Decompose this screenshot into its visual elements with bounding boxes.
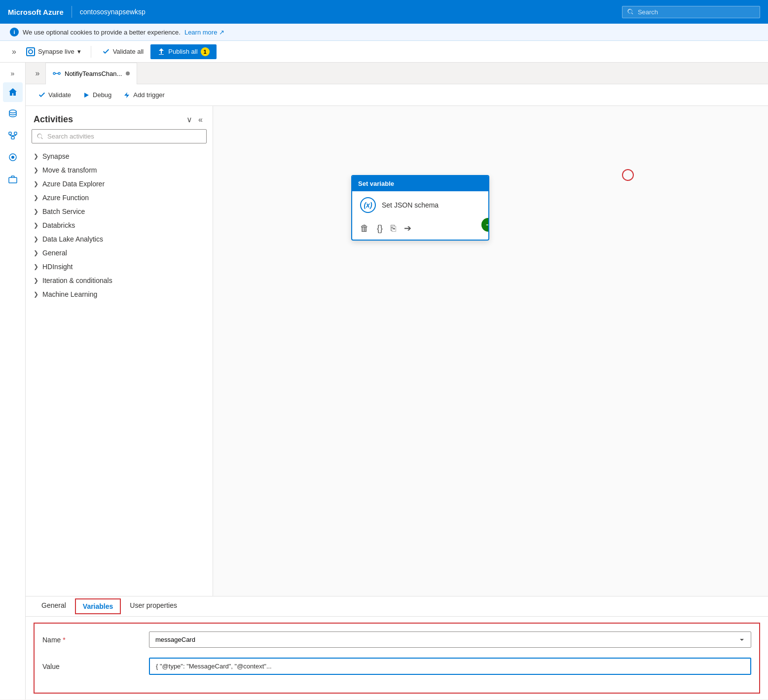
- debug-btn[interactable]: Debug: [78, 89, 116, 101]
- search-activities-input[interactable]: [47, 133, 201, 140]
- activity-group-label: Azure Data Explorer: [42, 180, 105, 188]
- bottom-tabs: General Variables User properties: [26, 596, 768, 617]
- code-btn[interactable]: {}: [377, 223, 383, 234]
- activity-group-azure-data-explorer[interactable]: ❯Azure Data Explorer: [26, 177, 213, 191]
- svg-point-8: [53, 72, 55, 74]
- synapse-icon: [26, 47, 35, 56]
- collapse-sidebar-btn[interactable]: »: [8, 45, 20, 58]
- activity-group-batch-service[interactable]: ❯Batch Service: [26, 205, 213, 218]
- svg-rect-2: [9, 132, 11, 135]
- publish-badge: 1: [201, 47, 210, 56]
- tab-expand-btn[interactable]: »: [30, 63, 45, 84]
- publish-icon: [157, 48, 165, 56]
- tab-general[interactable]: General: [34, 596, 74, 616]
- chevron-right-icon: ❯: [34, 236, 38, 243]
- activity-group-label: HDInsight: [42, 263, 73, 271]
- add-activity-btn[interactable]: ➔: [404, 223, 411, 234]
- card-body: (x) Set JSON schema ➔: [352, 191, 488, 219]
- chevron-right-icon: ❯: [34, 180, 38, 187]
- search-box[interactable]: [622, 6, 760, 18]
- chevron-right-icon: ❯: [34, 167, 38, 174]
- validate-btn[interactable]: Validate: [34, 89, 76, 101]
- activity-group-label: Batch Service: [42, 208, 85, 215]
- tab-label: NotifiyTeamsChan...: [65, 70, 122, 77]
- delete-btn[interactable]: 🗑: [360, 223, 369, 234]
- svg-rect-4: [11, 137, 14, 139]
- sub-toolbar: » Synapse live ▾ Validate all Publish al…: [0, 41, 768, 63]
- brand-logo: Microsoft Azure: [8, 8, 64, 16]
- sidebar-home-btn[interactable]: [3, 82, 23, 102]
- value-input[interactable]: { "@type": "MessageCard", "@context"...: [149, 658, 751, 675]
- activity-group-general[interactable]: ❯General: [26, 246, 213, 260]
- activities-title: Activities: [34, 114, 73, 125]
- activity-group-azure-function[interactable]: ❯Azure Function: [26, 191, 213, 205]
- activity-group-label: General: [42, 249, 67, 257]
- sidebar-monitor-btn[interactable]: [3, 147, 23, 167]
- activity-group-machine-learning[interactable]: ❯Machine Learning: [26, 287, 213, 301]
- variable-icon: (x): [360, 197, 376, 213]
- chevron-right-icon: ❯: [34, 263, 38, 270]
- card-header: Set variable: [352, 176, 488, 191]
- search-input[interactable]: [638, 8, 755, 16]
- activities-header: Activities ∨ «: [26, 106, 213, 129]
- name-row: Name * messageCard: [42, 631, 751, 648]
- workspace-area: » NotifiyTeamsChan... Validate: [26, 63, 768, 700]
- chevron-right-icon: ❯: [34, 291, 38, 298]
- home-icon: [8, 87, 18, 97]
- cookie-banner: i We use optional cookies to provide a b…: [0, 24, 768, 41]
- set-variable-card[interactable]: Set variable (x) Set JSON schema ➔ 🗑 {} …: [351, 175, 489, 241]
- sidebar-expand-btn[interactable]: »: [3, 67, 23, 80]
- learn-more-link[interactable]: Learn more ↗: [184, 29, 224, 36]
- sidebar-manage-btn[interactable]: [3, 169, 23, 189]
- info-icon: i: [10, 28, 19, 36]
- card-body-text: Set JSON schema: [382, 201, 439, 209]
- workspace-name: contososynapsewksp: [80, 8, 146, 16]
- validate-icon: [102, 48, 110, 56]
- sidebar-data-btn[interactable]: [3, 104, 23, 124]
- activity-group-databricks[interactable]: ❯Databricks: [26, 218, 213, 232]
- bottom-panel: General Variables User properties Name *: [26, 596, 768, 700]
- name-label: Name *: [42, 636, 141, 644]
- sidebar-integrate-btn[interactable]: [3, 126, 23, 145]
- main-layout: »: [0, 63, 768, 700]
- collapse-activities-btn[interactable]: ∨: [184, 114, 194, 125]
- pipeline-tab[interactable]: NotifiyTeamsChan...: [45, 63, 137, 84]
- close-activities-btn[interactable]: «: [196, 114, 205, 125]
- activities-list: ❯Synapse❯Move & transform❯Azure Data Exp…: [26, 149, 213, 301]
- search-icon: [627, 8, 634, 15]
- activity-group-iteration--conditionals[interactable]: ❯Iteration & conditionals: [26, 274, 213, 287]
- checkmark-icon: [38, 92, 45, 99]
- add-trigger-btn[interactable]: Add trigger: [118, 89, 170, 101]
- tab-variables[interactable]: Variables: [75, 598, 121, 614]
- svg-rect-3: [14, 132, 17, 135]
- activity-group-label: Iteration & conditionals: [42, 277, 112, 284]
- synapse-live-btn[interactable]: Synapse live ▾: [22, 45, 85, 58]
- activity-group-label: Synapse: [42, 152, 69, 160]
- pipeline-toolbar: Validate Debug Add trigger: [26, 84, 768, 106]
- activities-controls: ∨ «: [184, 114, 205, 125]
- chevron-right-icon: ❯: [34, 249, 38, 256]
- activity-group-label: Databricks: [42, 221, 75, 229]
- briefcase-icon: [8, 174, 18, 184]
- lightning-icon: [123, 92, 130, 99]
- activities-canvas: Activities ∨ « ❯Synapse❯Move & transform…: [26, 106, 768, 596]
- select-chevron-icon: [739, 637, 745, 643]
- activity-group-label: Move & transform: [42, 166, 97, 174]
- activity-group-hdinsight[interactable]: ❯HDInsight: [26, 260, 213, 274]
- activity-group-label: Azure Function: [42, 194, 89, 202]
- tab-user-properties[interactable]: User properties: [122, 596, 185, 616]
- canvas-area[interactable]: Set variable (x) Set JSON schema ➔ 🗑 {} …: [213, 106, 768, 596]
- search-activities-container[interactable]: [32, 129, 207, 143]
- activity-group-synapse[interactable]: ❯Synapse: [26, 149, 213, 163]
- search-activities-icon: [37, 133, 43, 140]
- name-select[interactable]: messageCard: [149, 631, 751, 648]
- chevron-right-icon: ❯: [34, 208, 38, 215]
- topbar-divider: [72, 6, 72, 18]
- integrate-icon: [8, 131, 18, 140]
- database-icon: [8, 109, 18, 119]
- publish-all-btn[interactable]: Publish all 1: [150, 44, 216, 59]
- validate-all-btn[interactable]: Validate all: [97, 46, 149, 58]
- copy-btn[interactable]: ⎘: [391, 223, 396, 234]
- activity-group-move--transform[interactable]: ❯Move & transform: [26, 163, 213, 177]
- activity-group-data-lake-analytics[interactable]: ❯Data Lake Analytics: [26, 232, 213, 246]
